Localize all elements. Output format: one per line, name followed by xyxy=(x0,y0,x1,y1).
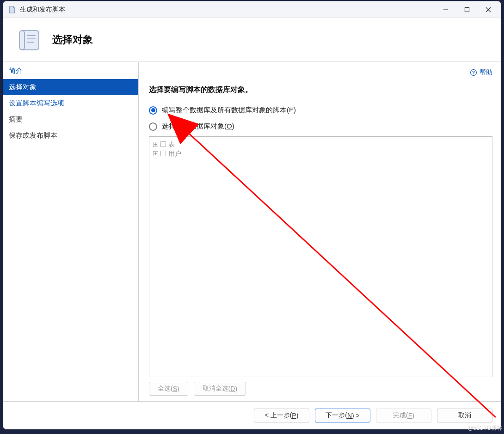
wizard-footer: < 上一步(P) 下一步(N) > 完成(F) 取消 xyxy=(3,401,501,429)
select-all-button[interactable]: 全选(S) xyxy=(149,382,188,396)
cancel-button[interactable]: 取消 xyxy=(437,409,492,422)
next-button[interactable]: 下一步(N) > xyxy=(315,409,370,422)
radio-label: 编写整个数据库及所有数据库对象的脚本(E) xyxy=(162,106,296,115)
sidebar: 简介 选择对象 设置脚本编写选项 摘要 保存或发布脚本 xyxy=(3,62,139,401)
tree-item-users[interactable]: + 用户 xyxy=(153,149,488,158)
radio-script-entire-db[interactable]: 编写整个数据库及所有数据库对象的脚本(E) xyxy=(149,106,492,115)
radio-unchecked-icon xyxy=(149,122,157,131)
sidebar-item-summary[interactable]: 摘要 xyxy=(3,111,138,128)
help-link[interactable]: ? 帮助 xyxy=(149,67,492,79)
minimize-button[interactable] xyxy=(435,2,456,17)
checkbox[interactable] xyxy=(160,141,166,147)
selection-buttons: 全选(S) 取消全选(D) xyxy=(149,382,492,396)
window-controls xyxy=(435,2,499,17)
maximize-button[interactable] xyxy=(456,2,478,17)
radio-checked-icon xyxy=(149,106,157,115)
help-label: 帮助 xyxy=(479,68,492,77)
watermark: @51CTO博客 xyxy=(467,424,502,432)
tree-item-tables[interactable]: + 表 xyxy=(153,140,488,149)
tree-label: 表 xyxy=(168,140,175,149)
page-title: 选择对象 xyxy=(52,33,93,47)
wizard-window: 生成和发布脚本 选择对象 简介 xyxy=(3,1,501,429)
tree-label: 用户 xyxy=(168,149,181,158)
wizard-body: 简介 选择对象 设置脚本编写选项 摘要 保存或发布脚本 ? 帮助 选择要编写脚本… xyxy=(3,62,501,401)
expand-icon[interactable]: + xyxy=(153,151,158,156)
sidebar-item-select-objects[interactable]: 选择对象 xyxy=(3,79,138,95)
deselect-all-button[interactable]: 取消全选(D) xyxy=(194,382,246,396)
back-button[interactable]: < 上一步(P) xyxy=(254,409,309,422)
content-pane: ? 帮助 选择要编写脚本的数据库对象。 编写整个数据库及所有数据库对象的脚本(E… xyxy=(139,62,501,401)
help-icon: ? xyxy=(470,69,477,76)
instruction-text: 选择要编写脚本的数据库对象。 xyxy=(149,85,492,95)
titlebar: 生成和发布脚本 xyxy=(3,1,501,18)
radio-label: 选择特定数据库对象(O) xyxy=(162,122,234,131)
wizard-header: 选择对象 xyxy=(3,18,501,62)
radio-select-specific[interactable]: 选择特定数据库对象(O) xyxy=(149,122,492,131)
sidebar-item-save-publish[interactable]: 保存或发布脚本 xyxy=(3,128,138,144)
scroll-icon xyxy=(16,26,43,53)
sidebar-item-options[interactable]: 设置脚本编写选项 xyxy=(3,95,138,111)
expand-icon[interactable]: + xyxy=(153,142,158,147)
svg-rect-1 xyxy=(465,7,469,12)
script-icon xyxy=(8,6,16,14)
close-button[interactable] xyxy=(478,2,499,17)
finish-button[interactable]: 完成(F) xyxy=(376,409,431,422)
sidebar-item-intro[interactable]: 简介 xyxy=(3,63,138,79)
window-title: 生成和发布脚本 xyxy=(20,6,435,14)
checkbox[interactable] xyxy=(160,151,166,156)
object-tree[interactable]: + 表 + 用户 xyxy=(149,136,492,377)
